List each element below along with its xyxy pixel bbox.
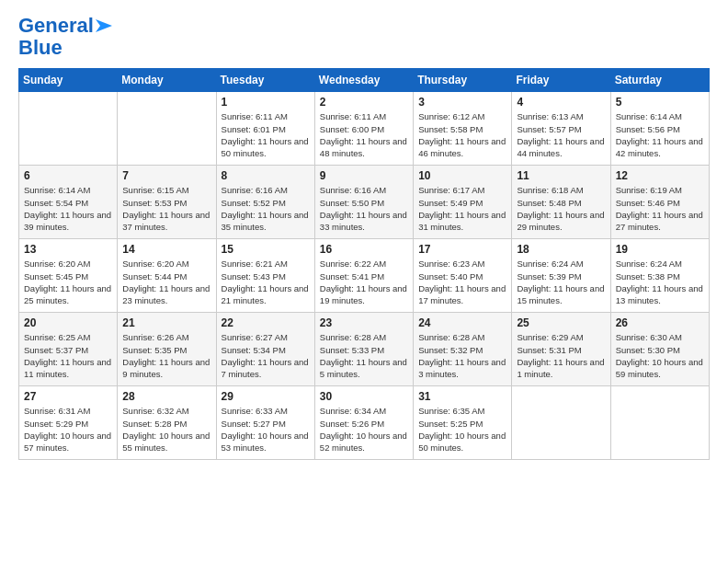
week-row-2: 13Sunrise: 6:20 AM Sunset: 5:45 PM Dayli… [19, 239, 710, 313]
calendar-cell: 8Sunrise: 6:16 AM Sunset: 5:52 PM Daylig… [216, 166, 314, 239]
day-number: 14 [122, 243, 210, 256]
calendar-cell: 20Sunrise: 6:25 AM Sunset: 5:37 PM Dayli… [19, 313, 118, 386]
day-number: 28 [122, 390, 210, 403]
calendar-cell: 17Sunrise: 6:23 AM Sunset: 5:40 PM Dayli… [414, 239, 512, 313]
calendar-cell: 27Sunrise: 6:31 AM Sunset: 5:29 PM Dayli… [19, 386, 118, 460]
calendar-cell: 2Sunrise: 6:11 AM Sunset: 6:00 PM Daylig… [314, 92, 413, 166]
calendar-cell: 16Sunrise: 6:22 AM Sunset: 5:41 PM Dayli… [314, 239, 413, 313]
day-number: 1 [222, 96, 310, 109]
calendar-cell: 21Sunrise: 6:26 AM Sunset: 5:35 PM Dayli… [118, 313, 216, 386]
day-number: 29 [222, 390, 310, 403]
cell-content: Sunrise: 6:11 AM Sunset: 6:01 PM Dayligh… [222, 110, 310, 159]
calendar-cell: 14Sunrise: 6:20 AM Sunset: 5:44 PM Dayli… [118, 239, 216, 313]
cell-content: Sunrise: 6:25 AM Sunset: 5:37 PM Dayligh… [24, 331, 112, 380]
calendar-cell: 30Sunrise: 6:34 AM Sunset: 5:26 PM Dayli… [314, 386, 413, 460]
calendar-cell [19, 92, 118, 166]
cell-content: Sunrise: 6:28 AM Sunset: 5:32 PM Dayligh… [418, 331, 506, 380]
day-number: 16 [320, 243, 408, 256]
svg-marker-0 [96, 19, 112, 32]
page: General Blue SundayMondayTuesdayWednesda… [0, 0, 728, 563]
cell-content: Sunrise: 6:30 AM Sunset: 5:30 PM Dayligh… [616, 331, 704, 380]
day-header-saturday: Saturday [610, 69, 709, 92]
calendar-cell: 18Sunrise: 6:24 AM Sunset: 5:39 PM Dayli… [512, 239, 610, 313]
logo-text: General [18, 15, 94, 37]
calendar-cell: 28Sunrise: 6:32 AM Sunset: 5:28 PM Dayli… [118, 386, 216, 460]
cell-content: Sunrise: 6:17 AM Sunset: 5:49 PM Dayligh… [418, 184, 506, 233]
day-number: 6 [24, 169, 112, 182]
cell-content: Sunrise: 6:27 AM Sunset: 5:34 PM Dayligh… [222, 331, 310, 380]
week-row-3: 20Sunrise: 6:25 AM Sunset: 5:37 PM Dayli… [19, 313, 710, 386]
cell-content: Sunrise: 6:31 AM Sunset: 5:29 PM Dayligh… [24, 405, 112, 454]
day-number: 25 [517, 316, 605, 329]
day-number: 15 [222, 243, 310, 256]
cell-content: Sunrise: 6:18 AM Sunset: 5:48 PM Dayligh… [517, 184, 605, 233]
calendar-cell: 22Sunrise: 6:27 AM Sunset: 5:34 PM Dayli… [216, 313, 314, 386]
logo-icon [96, 19, 112, 32]
cell-content: Sunrise: 6:13 AM Sunset: 5:57 PM Dayligh… [517, 110, 605, 159]
day-number: 26 [616, 316, 704, 329]
calendar-cell: 24Sunrise: 6:28 AM Sunset: 5:32 PM Dayli… [414, 313, 512, 386]
cell-content: Sunrise: 6:12 AM Sunset: 5:58 PM Dayligh… [418, 110, 506, 159]
calendar-cell: 25Sunrise: 6:29 AM Sunset: 5:31 PM Dayli… [512, 313, 610, 386]
calendar-cell: 3Sunrise: 6:12 AM Sunset: 5:58 PM Daylig… [414, 92, 512, 166]
week-row-4: 27Sunrise: 6:31 AM Sunset: 5:29 PM Dayli… [19, 386, 710, 460]
day-number: 7 [122, 169, 210, 182]
day-number: 20 [24, 316, 112, 329]
calendar-table: SundayMondayTuesdayWednesdayThursdayFrid… [18, 68, 710, 460]
day-number: 23 [320, 316, 408, 329]
cell-content: Sunrise: 6:11 AM Sunset: 6:00 PM Dayligh… [320, 110, 408, 159]
calendar-cell: 5Sunrise: 6:14 AM Sunset: 5:56 PM Daylig… [610, 92, 709, 166]
cell-content: Sunrise: 6:20 AM Sunset: 5:44 PM Dayligh… [122, 258, 210, 306]
day-header-tuesday: Tuesday [216, 69, 314, 92]
day-number: 22 [222, 316, 310, 329]
day-number: 27 [24, 390, 112, 403]
calendar-cell: 9Sunrise: 6:16 AM Sunset: 5:50 PM Daylig… [314, 166, 413, 239]
logo-blue-text: Blue [18, 37, 63, 59]
cell-content: Sunrise: 6:22 AM Sunset: 5:41 PM Dayligh… [320, 258, 408, 306]
cell-content: Sunrise: 6:16 AM Sunset: 5:52 PM Dayligh… [222, 184, 310, 233]
day-number: 10 [418, 169, 506, 182]
calendar-cell: 19Sunrise: 6:24 AM Sunset: 5:38 PM Dayli… [610, 239, 709, 313]
day-number: 9 [320, 169, 408, 182]
day-number: 21 [122, 316, 210, 329]
calendar-cell: 4Sunrise: 6:13 AM Sunset: 5:57 PM Daylig… [512, 92, 610, 166]
cell-content: Sunrise: 6:19 AM Sunset: 5:46 PM Dayligh… [616, 184, 704, 233]
day-header-friday: Friday [512, 69, 610, 92]
cell-content: Sunrise: 6:14 AM Sunset: 5:56 PM Dayligh… [616, 110, 704, 159]
calendar-cell: 13Sunrise: 6:20 AM Sunset: 5:45 PM Dayli… [19, 239, 118, 313]
day-header-monday: Monday [118, 69, 216, 92]
calendar-cell: 31Sunrise: 6:35 AM Sunset: 5:25 PM Dayli… [414, 386, 512, 460]
day-number: 31 [418, 390, 506, 403]
cell-content: Sunrise: 6:24 AM Sunset: 5:38 PM Dayligh… [616, 258, 704, 306]
day-number: 4 [517, 96, 605, 109]
cell-content: Sunrise: 6:21 AM Sunset: 5:43 PM Dayligh… [222, 258, 310, 306]
day-number: 13 [24, 243, 112, 256]
cell-content: Sunrise: 6:33 AM Sunset: 5:27 PM Dayligh… [222, 405, 310, 454]
cell-content: Sunrise: 6:34 AM Sunset: 5:26 PM Dayligh… [320, 405, 408, 454]
cell-content: Sunrise: 6:23 AM Sunset: 5:40 PM Dayligh… [418, 258, 506, 306]
day-number: 3 [418, 96, 506, 109]
calendar-cell: 10Sunrise: 6:17 AM Sunset: 5:49 PM Dayli… [414, 166, 512, 239]
calendar-cell: 29Sunrise: 6:33 AM Sunset: 5:27 PM Dayli… [216, 386, 314, 460]
day-header-sunday: Sunday [19, 69, 118, 92]
cell-content: Sunrise: 6:29 AM Sunset: 5:31 PM Dayligh… [517, 331, 605, 380]
calendar-cell [118, 92, 216, 166]
calendar-cell: 26Sunrise: 6:30 AM Sunset: 5:30 PM Dayli… [610, 313, 709, 386]
header: General Blue [18, 15, 710, 59]
calendar-cell: 23Sunrise: 6:28 AM Sunset: 5:33 PM Dayli… [314, 313, 413, 386]
calendar-cell: 11Sunrise: 6:18 AM Sunset: 5:48 PM Dayli… [512, 166, 610, 239]
calendar-cell [512, 386, 610, 460]
day-header-wednesday: Wednesday [314, 69, 413, 92]
cell-content: Sunrise: 6:32 AM Sunset: 5:28 PM Dayligh… [122, 405, 210, 454]
day-number: 8 [222, 169, 310, 182]
day-number: 12 [616, 169, 704, 182]
day-number: 18 [517, 243, 605, 256]
cell-content: Sunrise: 6:20 AM Sunset: 5:45 PM Dayligh… [24, 258, 112, 306]
cell-content: Sunrise: 6:28 AM Sunset: 5:33 PM Dayligh… [320, 331, 408, 380]
day-number: 24 [418, 316, 506, 329]
logo: General Blue [18, 15, 112, 59]
day-number: 2 [320, 96, 408, 109]
day-number: 30 [320, 390, 408, 403]
cell-content: Sunrise: 6:35 AM Sunset: 5:25 PM Dayligh… [418, 405, 506, 454]
cell-content: Sunrise: 6:24 AM Sunset: 5:39 PM Dayligh… [517, 258, 605, 306]
